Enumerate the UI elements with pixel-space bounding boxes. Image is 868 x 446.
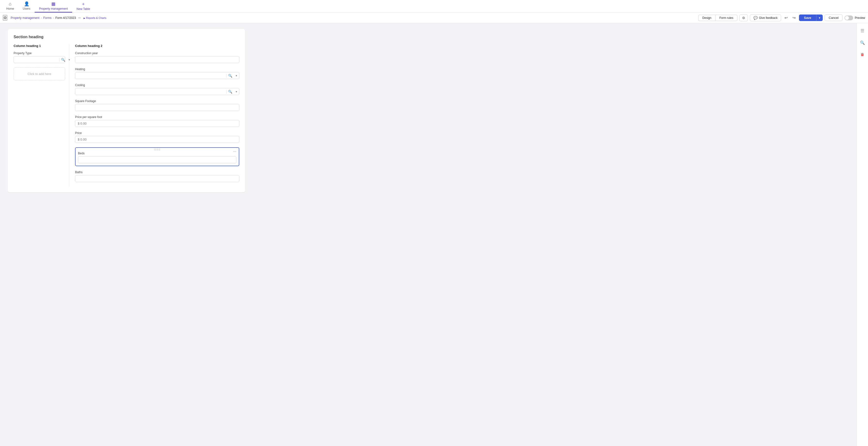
feedback-button[interactable]: 💬 Give feedback (750, 14, 781, 21)
toggle-knob (845, 16, 849, 20)
sidebar-settings-button[interactable]: ☰ (860, 27, 865, 34)
preview-label: Preview (855, 16, 865, 20)
nav-property-management-label: Property management (39, 7, 68, 10)
breadcrumb-sep-2: › (53, 16, 54, 20)
cooling-label: Cooling (75, 83, 239, 87)
settings-button[interactable]: ⚙ (3, 15, 7, 21)
field-price: Price (75, 131, 239, 143)
options-button[interactable]: ⚙ (739, 14, 748, 21)
right-sidebar: ☰ 🔍 🗑 (857, 23, 868, 446)
add-table-icon: ＋ (81, 1, 86, 7)
design-formrules-group: Design Form rules (698, 15, 738, 21)
preview-toggle[interactable] (844, 15, 853, 20)
property-type-input[interactable] (14, 56, 59, 63)
nav-home-label: Home (6, 7, 14, 10)
price-input[interactable] (75, 136, 239, 143)
property-type-dropdown-icon[interactable]: ▾ (67, 58, 72, 62)
property-type-label: Property Type (13, 52, 65, 55)
cooling-input-wrapper[interactable]: 🔍 ▾ (75, 88, 239, 95)
field-baths: Baths (75, 171, 239, 182)
cooling-search-icon[interactable]: 🔍 (226, 90, 234, 94)
field-property-type: Property Type 🔍 ▾ (13, 52, 65, 63)
nav-home[interactable]: ⌂ Home (2, 0, 19, 12)
preview-toggle-wrapper: Preview (844, 15, 865, 20)
square-footage-label: Square Footage (75, 99, 239, 103)
property-type-search-icon[interactable]: 🔍 (59, 58, 67, 62)
design-button[interactable]: Design (698, 15, 715, 21)
sidebar-delete-button[interactable]: 🗑 (860, 51, 865, 58)
heating-input-wrapper[interactable]: 🔍 ▾ (75, 72, 239, 79)
breadcrumb-reports[interactable]: Reports & Charts (84, 16, 106, 19)
field-beds: ⠿⠿⠿ ··· Beds (75, 147, 239, 166)
heating-icons: 🔍 ▾ (226, 74, 239, 78)
sidebar-delete-icon: 🗑 (861, 53, 864, 57)
cooling-input[interactable] (75, 88, 226, 95)
breadcrumb-bar: ⚙ Property management › Forms › Form 4/1… (0, 12, 868, 23)
construction-year-label: Construction year (75, 52, 239, 55)
square-footage-input[interactable] (75, 104, 239, 111)
property-type-icons: 🔍 ▾ (59, 58, 72, 62)
beds-label: Beds (78, 152, 237, 155)
table-icon: ▦ (51, 1, 56, 6)
cooling-dropdown-icon[interactable]: ▾ (234, 90, 239, 93)
save-button[interactable]: Save (799, 14, 816, 21)
construction-year-input[interactable] (75, 56, 239, 63)
sidebar-search-button[interactable]: 🔍 (859, 39, 866, 46)
field-construction-year: Construction year (75, 52, 239, 63)
column-1: Column heading 1 Property Type 🔍 ▾ (13, 44, 69, 186)
section-card: Section heading Column heading 1 Propert… (8, 29, 245, 192)
edit-title-button[interactable]: ✏ (78, 16, 81, 20)
save-group: Save ▾ (799, 14, 823, 21)
col2-heading: Column heading 2 (75, 44, 239, 48)
heating-input[interactable] (75, 72, 226, 79)
redo-button[interactable]: ↪ (791, 14, 797, 21)
feedback-icon: 💬 (753, 16, 757, 20)
columns-wrapper: Column heading 1 Property Type 🔍 ▾ (13, 44, 239, 186)
save-caret-button[interactable]: ▾ (816, 14, 823, 21)
main-area: Section heading Column heading 1 Propert… (0, 23, 868, 446)
price-label: Price (75, 131, 239, 135)
cancel-button[interactable]: Cancel (825, 14, 843, 21)
field-heating: Heating 🔍 ▾ (75, 67, 239, 79)
column-2: Column heading 2 Construction year Heati… (69, 44, 239, 186)
section-heading: Section heading (13, 35, 239, 39)
undo-button[interactable]: ↩ (783, 14, 789, 21)
toolbar-right: Design Form rules ⚙ 💬 Give feedback ↩ ↪ … (698, 14, 865, 21)
form-rules-button[interactable]: Form rules (715, 15, 737, 21)
sidebar-settings-icon: ☰ (861, 28, 864, 33)
breadcrumb-sep-1: › (41, 16, 42, 20)
col1-add-field[interactable]: Click to add here (13, 67, 65, 80)
home-icon: ⌂ (9, 1, 11, 6)
heating-dropdown-icon[interactable]: ▾ (234, 74, 239, 77)
beds-context-menu[interactable]: ··· (232, 149, 238, 154)
nav-users-label: Users (23, 7, 30, 10)
top-nav: ⌂ Home 👤 Users ▦ Property management ＋ N… (0, 0, 868, 12)
price-per-sqft-input[interactable] (75, 120, 239, 127)
baths-input[interactable] (75, 175, 239, 182)
cooling-icons: 🔍 ▾ (226, 90, 239, 94)
breadcrumb-forms[interactable]: Forms (43, 16, 52, 20)
nav-new-table-label: New Table (76, 7, 90, 11)
breadcrumb-page: Form 4/17/2023 (56, 16, 76, 20)
nav-users[interactable]: 👤 Users (19, 0, 35, 12)
form-canvas: Section heading Column heading 1 Propert… (0, 23, 857, 446)
nav-new-table[interactable]: ＋ New Table (72, 0, 94, 12)
col1-heading: Column heading 1 (13, 44, 65, 48)
beds-input[interactable] (78, 156, 237, 163)
property-type-input-wrapper[interactable]: 🔍 ▾ (13, 56, 65, 63)
nav-property-management[interactable]: ▦ Property management (35, 0, 72, 12)
users-icon: 👤 (24, 1, 29, 6)
field-cooling: Cooling 🔍 ▾ (75, 83, 239, 95)
breadcrumb-app[interactable]: Property management (11, 16, 39, 20)
heating-label: Heating (75, 67, 239, 71)
price-per-sqft-label: Price per square foot (75, 115, 239, 119)
drag-handle-icon[interactable]: ⠿⠿⠿ (154, 148, 161, 151)
baths-label: Baths (75, 171, 239, 174)
feedback-label: Give feedback (759, 16, 778, 20)
field-square-footage: Square Footage (75, 99, 239, 111)
sidebar-search-icon: 🔍 (860, 41, 865, 45)
heating-search-icon[interactable]: 🔍 (226, 74, 234, 78)
field-price-per-sqft: Price per square foot (75, 115, 239, 127)
